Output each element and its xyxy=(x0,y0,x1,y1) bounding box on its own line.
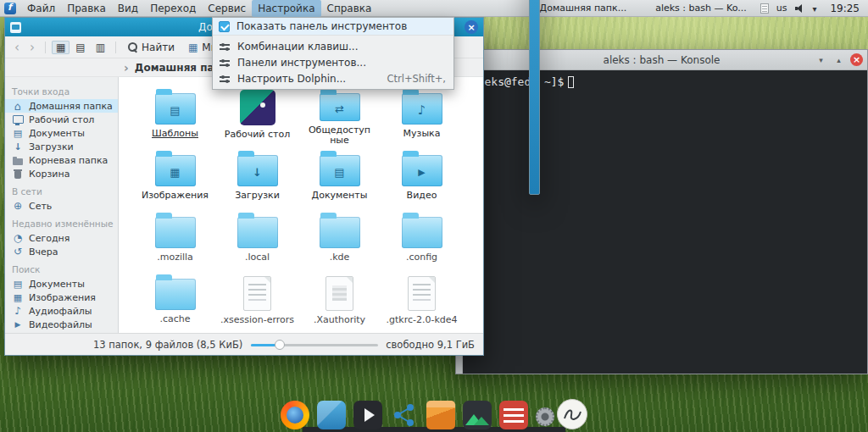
sidebar-item-search-audio[interactable]: Аудиофайлы xyxy=(5,304,118,318)
file-item[interactable]: .mozilla xyxy=(134,208,216,269)
share-emblem-icon xyxy=(320,93,360,121)
folder-documents-icon xyxy=(320,155,360,186)
templates-emblem-icon xyxy=(155,93,196,125)
file-item[interactable]: Шаблоны xyxy=(134,84,216,146)
menu-item-shortcuts[interactable]: Комбинации клавиш... xyxy=(213,38,453,54)
sidebar-item-desktop[interactable]: Рабочий стол xyxy=(5,113,118,126)
taskbar-window-dolphin[interactable]: Домашняя папк... xyxy=(525,0,627,178)
minimize-icon[interactable] xyxy=(815,53,827,66)
file-item[interactable]: .local xyxy=(216,208,298,269)
folder-templates-icon xyxy=(155,93,196,125)
sidebar-item-network[interactable]: Сеть xyxy=(5,199,118,213)
folder-public-icon xyxy=(320,93,360,121)
zoom-slider[interactable] xyxy=(251,339,378,351)
file-item[interactable]: .Xauthority xyxy=(298,269,381,331)
text-file-icon xyxy=(243,276,271,311)
volume-icon[interactable] xyxy=(794,3,804,14)
file-item[interactable]: .config xyxy=(381,208,463,269)
status-summary: 13 папок, 9 файлов (8,5 КиБ) xyxy=(93,339,242,351)
folder-view[interactable]: Шаблоны Рабочий стол Общедоступные Музык… xyxy=(119,77,483,333)
menu-go[interactable]: Переход xyxy=(144,0,202,17)
dolphin-window-icon xyxy=(10,22,21,33)
file-item[interactable]: Загрузки xyxy=(216,146,298,208)
slider-knob[interactable] xyxy=(275,340,285,350)
tray-expander-icon[interactable] xyxy=(812,3,816,14)
sidebar-item-documents[interactable]: Документы xyxy=(5,126,118,140)
details-view-button[interactable] xyxy=(92,41,109,54)
toolbars-icon xyxy=(219,57,231,68)
menu-tools[interactable]: Сервис xyxy=(202,0,252,17)
menu-item-label: Панели инструментов... xyxy=(237,57,366,69)
folder-video-icon xyxy=(402,155,442,186)
folder-music-icon xyxy=(402,93,442,125)
menu-shortcut: Ctrl+Shift+, xyxy=(387,73,446,85)
menu-item-toolbars[interactable]: Панели инструментов... xyxy=(213,54,453,70)
sidebar-item-search-images[interactable]: Изображения xyxy=(5,291,118,304)
drawing-app-icon[interactable] xyxy=(557,399,587,429)
find-button[interactable]: Найти xyxy=(122,40,181,55)
file-manager-icon[interactable] xyxy=(317,401,346,429)
clipboard-icon[interactable] xyxy=(760,3,769,14)
menu-item-show-toolbar[interactable]: Показать панель инструментов xyxy=(213,18,453,36)
sidebar-item-downloads[interactable]: Загрузки xyxy=(5,140,118,153)
folder-images-icon xyxy=(155,155,196,186)
folder-icon xyxy=(155,217,196,248)
taskbar-window-label: aleks : bash — Ko... xyxy=(655,3,746,14)
share-graph-icon[interactable] xyxy=(390,401,419,429)
checkbox-checked-icon[interactable] xyxy=(219,21,230,32)
file-item[interactable]: Документы xyxy=(298,146,381,208)
active-app-icon[interactable] xyxy=(4,3,16,14)
sidebar-item-root[interactable]: Корневая папка xyxy=(5,153,118,167)
file-item[interactable]: Музыка xyxy=(381,84,463,146)
sidebar-item-trash[interactable]: Корзина xyxy=(5,167,118,180)
sidebar-item-home[interactable]: Домашняя папка xyxy=(5,99,118,113)
folder-icon xyxy=(402,217,442,248)
taskbar-window-label: Домашняя папк... xyxy=(540,3,627,14)
gear-icon[interactable] xyxy=(536,407,554,426)
menu-help[interactable]: Справка xyxy=(321,0,378,17)
image-emblem-icon xyxy=(155,155,196,186)
file-item[interactable]: Видео xyxy=(381,146,463,208)
compact-view-button[interactable] xyxy=(71,41,89,54)
menu-view[interactable]: Вид xyxy=(112,0,144,17)
file-item[interactable]: Рабочий стол xyxy=(216,84,298,146)
file-item[interactable]: .xsession-errors xyxy=(216,269,298,331)
firefox-icon[interactable] xyxy=(281,401,309,429)
image-viewer-icon[interactable] xyxy=(463,401,492,429)
back-icon[interactable]: ‹ xyxy=(10,39,24,56)
menu-item-configure-dolphin[interactable]: Настроить Dolphin... Ctrl+Shift+, xyxy=(213,70,453,86)
package-icon[interactable] xyxy=(426,401,455,429)
close-icon[interactable] xyxy=(465,20,478,34)
menu-edit[interactable]: Правка xyxy=(61,0,112,17)
sidebar-item-yesterday[interactable]: Вчера xyxy=(5,245,118,258)
maximize-icon[interactable] xyxy=(832,53,845,66)
taskbar-window-konsole[interactable]: aleks : bash — Ko... xyxy=(640,0,746,171)
documents-icon xyxy=(12,128,24,139)
forward-icon[interactable]: › xyxy=(25,39,39,56)
sidebar-item-today[interactable]: Сегодня xyxy=(5,231,118,245)
sidebar-item-search-video[interactable]: Видеофайлы xyxy=(5,318,118,331)
sidebar-section-header: Точки входа xyxy=(5,80,118,99)
music-emblem-icon xyxy=(402,93,442,125)
text-file-icon xyxy=(408,276,436,311)
file-item[interactable]: .gtkrc-2.0-kde4 xyxy=(381,269,463,331)
free-space-label: свободно 9,1 ГиБ xyxy=(386,339,475,351)
firewall-icon[interactable] xyxy=(499,401,528,429)
menu-item-label: Настроить Dolphin... xyxy=(237,73,346,85)
keyboard-layout-indicator[interactable]: us xyxy=(776,3,787,14)
toolbar-separator xyxy=(45,42,46,53)
binary-file-icon xyxy=(326,276,353,311)
menu-settings[interactable]: Настройка xyxy=(252,0,320,17)
file-item[interactable]: Общедоступные xyxy=(298,84,381,146)
clock[interactable]: 19:25 xyxy=(830,3,860,14)
icons-view-button[interactable] xyxy=(52,41,70,54)
menu-file[interactable]: Файл xyxy=(21,0,61,17)
menu-item-label: Показать панель инструментов xyxy=(236,20,407,32)
close-icon[interactable] xyxy=(850,53,863,66)
file-item[interactable]: .cache xyxy=(134,269,216,331)
places-panel: Точки входа Домашняя папка Рабочий стол … xyxy=(5,77,119,333)
media-player-icon[interactable] xyxy=(353,401,382,429)
sidebar-item-search-documents[interactable]: Документы xyxy=(5,277,118,291)
file-item[interactable]: Изображения xyxy=(134,146,216,208)
file-item[interactable]: .kde xyxy=(298,208,381,269)
